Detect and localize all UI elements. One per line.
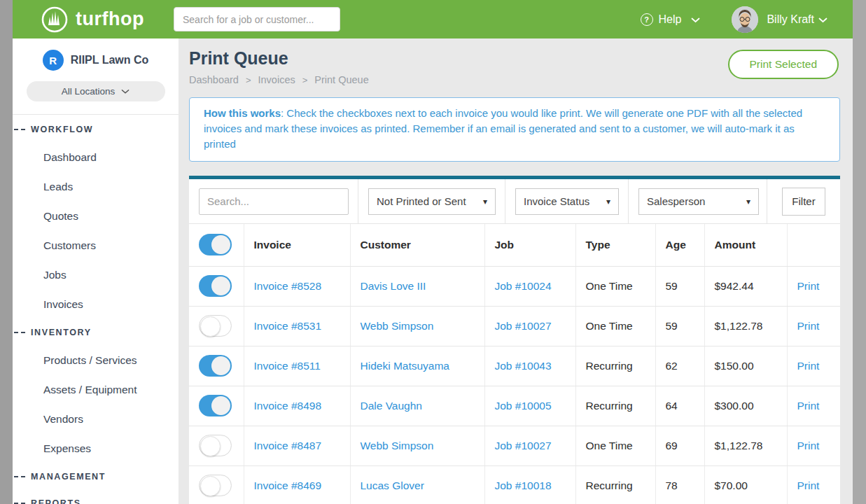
global-search-input[interactable] <box>174 7 340 31</box>
invoice-age: 64 <box>655 386 704 426</box>
job-link[interactable]: Job #10027 <box>495 440 552 451</box>
column-header-amount: Amount <box>704 224 787 266</box>
invoice-type: One Time <box>575 306 655 346</box>
job-link[interactable]: Job #10005 <box>495 400 552 412</box>
filter-button[interactable]: Filter <box>782 188 825 216</box>
company-block: R RIIPL Lawn Co All Locations <box>13 38 179 115</box>
customer-link[interactable]: Dale Vaughn <box>361 400 422 412</box>
sidebar-item-vendors[interactable]: Vendors <box>13 405 179 434</box>
sidebar-item-products-services[interactable]: Products / Services <box>13 346 179 375</box>
print-queue-panel: Not Printed or Sent Invoice Status Sales… <box>189 176 840 504</box>
column-header-type: Type <box>575 224 655 266</box>
customer-link[interactable]: Lucas Glover <box>361 479 424 491</box>
main-content: Print Queue DashboardInvoicesPrint Queue… <box>179 38 853 504</box>
invoice-link[interactable]: Invoice #8511 <box>254 360 321 372</box>
invoice-amount: $1,122.78 <box>704 426 787 465</box>
invoice-amount: $70.00 <box>704 465 787 504</box>
row-select-toggle[interactable] <box>199 275 232 297</box>
filter-bar: Not Printed or Sent Invoice Status Sales… <box>189 179 840 224</box>
invoice-age: 62 <box>655 346 704 386</box>
nav-section-label: REPORTS <box>31 498 81 504</box>
invoice-link[interactable]: Invoice #8531 <box>254 320 322 332</box>
app-window: turfhop ? Help <box>13 0 853 504</box>
print-link[interactable]: Print <box>797 360 820 372</box>
help-label: Help <box>659 13 682 26</box>
customer-link[interactable]: Webb Simpson <box>361 320 434 332</box>
salesperson-select[interactable]: Salesperson <box>638 188 759 215</box>
table-row: Invoice #8469Lucas GloverJob #10018Recur… <box>189 465 840 504</box>
top-navbar: turfhop ? Help <box>13 0 853 38</box>
nav-section-header: INVENTORY <box>13 319 179 346</box>
invoice-link[interactable]: Invoice #8469 <box>254 479 322 491</box>
select-all-toggle[interactable] <box>199 234 232 255</box>
invoice-type: One Time <box>575 426 655 465</box>
sidebar-item-invoices[interactable]: Invoices <box>13 290 179 319</box>
invoice-table: Invoice Customer Job Type Age Amount Inv… <box>189 224 840 504</box>
print-link[interactable]: Print <box>797 479 820 491</box>
print-link[interactable]: Print <box>797 400 820 412</box>
nav-section-label: WORKFLOW <box>31 125 93 134</box>
invoice-age: 69 <box>655 426 704 465</box>
invoice-amount: $942.44 <box>704 266 787 306</box>
print-selected-button[interactable]: Print Selected <box>728 50 839 79</box>
print-status-select[interactable]: Not Printed or Sent <box>368 188 496 215</box>
print-link[interactable]: Print <box>797 320 820 332</box>
section-dash-icon <box>14 332 25 333</box>
print-link[interactable]: Print <box>797 280 820 292</box>
invoice-type: Recurring <box>575 346 655 386</box>
invoice-status-select[interactable]: Invoice Status <box>515 188 619 215</box>
company-selector[interactable]: R RIIPL Lawn Co <box>13 50 179 71</box>
help-menu[interactable]: ? Help <box>641 13 701 26</box>
page-header: Print Queue DashboardInvoicesPrint Queue… <box>189 48 840 85</box>
brand-logo[interactable]: turfhop <box>41 6 144 34</box>
invoice-link[interactable]: Invoice #8487 <box>254 440 322 451</box>
sidebar-item-quotes[interactable]: Quotes <box>13 202 179 231</box>
job-link[interactable]: Job #10024 <box>495 280 552 292</box>
window-edge-left <box>0 0 13 504</box>
table-search-input[interactable] <box>199 188 349 215</box>
user-name[interactable]: Billy Kraft <box>767 13 814 26</box>
location-selector[interactable]: All Locations <box>27 81 165 102</box>
job-link[interactable]: Job #10027 <box>495 320 552 332</box>
chevron-down-icon[interactable] <box>818 13 827 26</box>
job-link[interactable]: Job #10043 <box>495 360 552 372</box>
row-select-toggle[interactable] <box>199 475 232 496</box>
window-edge-right <box>853 0 866 504</box>
table-row: Invoice #8511Hideki MatsuyamaJob #10043R… <box>189 346 840 386</box>
company-avatar: R <box>43 50 64 71</box>
invoice-link[interactable]: Invoice #8528 <box>254 280 322 292</box>
table-row: Invoice #8528Davis Love IIIJob #10024One… <box>189 266 840 306</box>
invoice-amount: $1,122.78 <box>704 306 787 346</box>
sidebar-nav: WORKFLOWDashboardLeadsQuotesCustomersJob… <box>13 115 179 504</box>
sidebar-item-dashboard[interactable]: Dashboard <box>13 143 179 172</box>
row-select-toggle[interactable] <box>199 435 232 456</box>
chevron-down-icon <box>691 13 700 26</box>
sidebar-item-customers[interactable]: Customers <box>13 231 179 260</box>
invoice-link[interactable]: Invoice #8498 <box>254 400 322 412</box>
customer-link[interactable]: Hideki Matsuyama <box>361 360 450 372</box>
sidebar-item-jobs[interactable]: Jobs <box>13 260 179 290</box>
row-select-toggle[interactable] <box>199 355 232 377</box>
breadcrumb-invoices[interactable]: Invoices <box>239 74 295 85</box>
row-select-toggle[interactable] <box>199 315 232 337</box>
customer-link[interactable]: Davis Love III <box>361 280 426 292</box>
column-header-job: Job <box>484 224 575 266</box>
company-name: RIIPL Lawn Co <box>71 54 149 66</box>
invoice-type: Recurring <box>575 465 655 504</box>
sidebar-item-expenses[interactable]: Expenses <box>13 434 179 463</box>
table-row: Invoice #8498Dale VaughnJob #10005Recurr… <box>189 386 840 426</box>
breadcrumb-dashboard[interactable]: Dashboard <box>189 74 239 85</box>
print-link[interactable]: Print <box>797 440 820 451</box>
sidebar-item-assets-equipment[interactable]: Assets / Equipment <box>13 375 179 405</box>
section-dash-icon <box>14 129 25 130</box>
invoice-age: 59 <box>655 306 704 346</box>
invoice-age: 59 <box>655 266 704 306</box>
job-link[interactable]: Job #10018 <box>495 479 552 491</box>
info-box-text: : Check the checkboxes next to each invo… <box>204 107 802 150</box>
customer-link[interactable]: Webb Simpson <box>361 440 434 451</box>
sidebar-item-leads[interactable]: Leads <box>13 172 179 202</box>
user-avatar[interactable] <box>732 6 758 33</box>
sidebar: R RIIPL Lawn Co All Locations WORKFLOWDa… <box>13 38 179 504</box>
nav-section-label: MANAGEMENT <box>31 472 106 482</box>
row-select-toggle[interactable] <box>199 395 232 416</box>
